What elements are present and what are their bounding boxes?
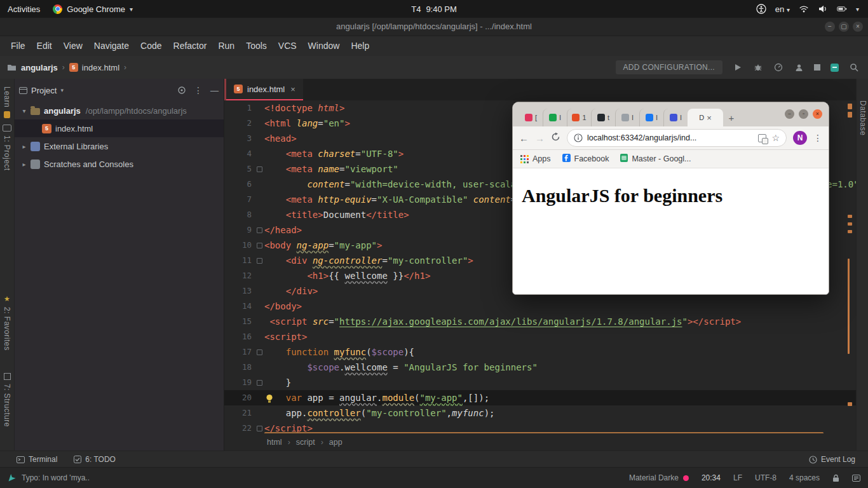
browser-maximize-button[interactable]: ▫ [799, 109, 808, 119]
new-tab-button[interactable]: + [723, 109, 740, 126]
tool-button-terminal[interactable]: Terminal [17, 455, 57, 464]
close-button[interactable]: × [853, 22, 863, 32]
browser-minimize-button[interactable]: − [785, 109, 794, 119]
caret-position-widget[interactable]: 20:34 [702, 473, 721, 482]
chevron-right-icon[interactable]: ▸ [19, 143, 29, 150]
fold-marker-icon[interactable] [257, 380, 262, 386]
bookmark-sheets[interactable]: Master - Googl... [620, 154, 691, 164]
clock-area[interactable]: T4 9:40 PM [411, 4, 457, 14]
tool-button-favorites[interactable]: ★2: Favorites [0, 295, 14, 351]
battery-icon[interactable] [837, 4, 847, 14]
editor-tab-index-html[interactable]: 5 index.html × [226, 79, 303, 100]
menu-item-view[interactable]: View [58, 41, 88, 51]
tree-item-external-libraries[interactable]: ▸External Libraries [14, 137, 224, 155]
close-tab-icon[interactable]: × [290, 85, 295, 94]
menu-item-code[interactable]: Code [135, 41, 167, 51]
reload-icon[interactable] [551, 132, 560, 144]
inspection-arrow-icon[interactable] [8, 473, 17, 482]
accessibility-icon[interactable] [756, 4, 766, 14]
activities-button[interactable]: Activities [8, 4, 40, 14]
notifications-icon[interactable] [852, 475, 860, 482]
system-menu-chevron-icon[interactable]: ▾ [856, 6, 859, 13]
status-message[interactable]: Typo: In word 'mya.. [22, 473, 90, 482]
bookmark-apps[interactable]: Apps [520, 154, 551, 163]
code-line-16[interactable]: 16<script> [224, 329, 857, 344]
menu-item-window[interactable]: Window [302, 41, 346, 51]
encoding-widget[interactable]: UTF-8 [755, 473, 776, 482]
profiler-icon[interactable] [773, 62, 783, 72]
warning-stripe-mark[interactable] [848, 215, 852, 218]
browser-tab[interactable]: t [591, 109, 615, 126]
browser-tab[interactable]: I [543, 109, 567, 126]
project-panel-header[interactable]: Project ▾ ⋮ — [14, 79, 224, 102]
code-line-15[interactable]: 15 <script src="https://ajax.googleapis.… [224, 314, 857, 329]
indent-widget[interactable]: 4 spaces [789, 473, 820, 482]
chevron-down-icon[interactable]: ▾ [19, 107, 29, 114]
breadcrumb-html[interactable]: html [267, 438, 282, 447]
warning-stripe-mark[interactable] [848, 402, 852, 406]
fold-marker-icon[interactable] [257, 426, 262, 431]
warning-stripe-mark[interactable] [848, 112, 852, 118]
locate-icon[interactable] [177, 86, 186, 95]
bookmark-facebook[interactable]: Facebook [562, 154, 609, 164]
forward-icon[interactable]: → [535, 133, 545, 144]
back-icon[interactable]: ← [519, 133, 529, 144]
code-line-20[interactable]: 20 var app = angular.module("my-app",[])… [224, 390, 857, 405]
bookmark-star-icon[interactable]: ☆ [771, 133, 780, 143]
warning-stripe-mark[interactable] [848, 222, 852, 226]
address-bar[interactable]: localhost:63342/angularjs/ind... ☆ [567, 129, 787, 147]
volume-icon[interactable] [818, 4, 828, 14]
warning-stripe-mark[interactable] [848, 104, 852, 109]
line-separator-widget[interactable]: LF [733, 473, 742, 482]
menu-item-edit[interactable]: Edit [31, 41, 58, 51]
code-line-17[interactable]: 17 function myfunc($scope){ [224, 344, 857, 360]
maximize-button[interactable]: ▢ [839, 22, 849, 32]
theme-widget[interactable]: Material Darke [629, 473, 689, 482]
fold-marker-icon[interactable] [257, 258, 262, 264]
debug-icon[interactable] [753, 62, 763, 72]
tool-window-icon[interactable] [831, 64, 839, 72]
browser-tab[interactable]: I [615, 109, 639, 126]
breadcrumb-script[interactable]: script [296, 438, 315, 447]
profile-avatar[interactable]: N [793, 131, 807, 145]
lock-icon[interactable] [832, 474, 839, 482]
warning-stripe-mark[interactable] [848, 259, 850, 354]
site-info-icon[interactable] [574, 133, 583, 142]
browser-tab[interactable]: I [663, 109, 688, 126]
menu-item-navigate[interactable]: Navigate [88, 41, 135, 51]
tree-item-angularjs[interactable]: ▾angularjs/opt/lampp/htdocs/angularjs [14, 102, 224, 119]
run-icon[interactable] [733, 62, 743, 72]
event-log-button[interactable]: Event Log [809, 455, 868, 464]
chevron-down-icon[interactable]: ▾ [60, 87, 64, 93]
code-line-14[interactable]: 14</body> [224, 299, 857, 314]
search-everywhere-icon[interactable] [849, 62, 859, 72]
code-line-19[interactable]: 19 } [224, 375, 857, 390]
breadcrumb-app[interactable]: app [329, 438, 342, 447]
translate-icon[interactable] [758, 134, 766, 142]
browser-tab[interactable]: I [639, 109, 663, 126]
menu-item-help[interactable]: Help [345, 41, 375, 51]
menu-item-refactor[interactable]: Refactor [168, 41, 213, 51]
tab-close-icon[interactable]: × [707, 113, 712, 123]
minimize-button[interactable]: − [825, 22, 835, 32]
fold-marker-icon[interactable] [257, 166, 262, 172]
options-kebab-icon[interactable]: ⋮ [194, 85, 203, 95]
tool-button-database[interactable]: Database [858, 100, 867, 135]
menu-item-tools[interactable]: Tools [240, 41, 273, 51]
browser-tab[interactable]: 1 [567, 109, 591, 126]
tool-button-structure[interactable]: 7: Structure [0, 373, 14, 427]
wifi-icon[interactable] [799, 4, 809, 14]
add-configuration-button[interactable]: ADD CONFIGURATION... [616, 60, 722, 74]
fold-marker-icon[interactable] [257, 243, 262, 248]
menu-item-run[interactable]: Run [212, 41, 240, 51]
code-line-18[interactable]: 18 $scope.wellcome = "AngularJS for begi… [224, 360, 857, 375]
stop-icon[interactable] [814, 64, 820, 71]
breadcrumb-project[interactable]: angularjs [21, 63, 58, 72]
chevron-right-icon[interactable]: ▸ [19, 161, 29, 168]
coverage-icon[interactable] [794, 62, 804, 72]
url-text[interactable]: localhost:63342/angularjs/ind... [587, 133, 696, 142]
fold-marker-icon[interactable] [257, 227, 262, 233]
menu-item-vcs[interactable]: VCS [273, 41, 302, 51]
app-menu[interactable]: Google Chrome ▾ [53, 4, 133, 14]
keyboard-layout-indicator[interactable]: en ▾ [775, 4, 790, 14]
